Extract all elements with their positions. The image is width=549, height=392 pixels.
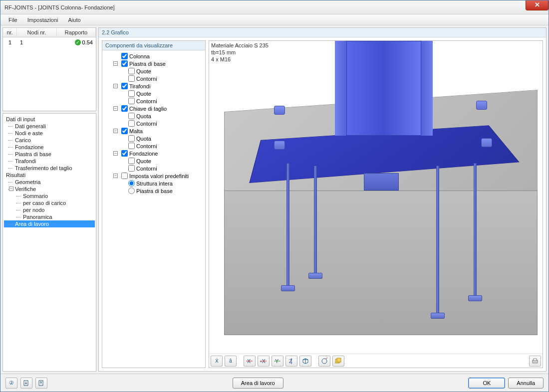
- nav-item[interactable]: Trasferimento del taglio: [4, 165, 95, 172]
- import-button[interactable]: [20, 378, 32, 389]
- checkbox[interactable]: [121, 105, 128, 112]
- tree-contorni[interactable]: Contorni: [104, 120, 203, 127]
- cancel-button[interactable]: Annulla: [508, 378, 544, 389]
- checkbox[interactable]: [121, 60, 128, 67]
- nav-input-root[interactable]: Dati di input: [4, 116, 95, 123]
- view-a-button[interactable]: â: [225, 356, 237, 367]
- checkbox[interactable]: [128, 113, 135, 119]
- view-xaxis-button[interactable]: X: [244, 356, 256, 367]
- close-button[interactable]: ✕: [526, 0, 549, 10]
- tree-colonna[interactable]: Colonna: [104, 52, 203, 60]
- nav-item[interactable]: per nodo: [4, 206, 95, 213]
- ok-button[interactable]: OK: [468, 378, 505, 389]
- checkbox[interactable]: [128, 68, 135, 74]
- nav-item[interactable]: Sommario: [4, 193, 95, 199]
- tree-imposta[interactable]: −Imposta valori predefiniti: [104, 172, 203, 180]
- right-panel: 2.2 Grafico Componenti da visualizzare C…: [98, 27, 547, 372]
- tree-malta[interactable]: −Malta: [104, 127, 203, 135]
- export-button[interactable]: [35, 378, 47, 389]
- header-rapporto[interactable]: Rapporto: [57, 28, 96, 37]
- nav-item[interactable]: Dati generali: [4, 123, 95, 130]
- nav-item[interactable]: Fondazione: [4, 144, 95, 151]
- checkbox[interactable]: [128, 75, 135, 82]
- tree-quota[interactable]: Quota: [104, 112, 203, 120]
- tree-quote[interactable]: Quote: [104, 67, 203, 75]
- nav-item[interactable]: Tirafondi: [4, 158, 95, 165]
- view-toolbar: X̂ â X -X Y Z: [209, 354, 543, 368]
- anchor-rod: [314, 166, 317, 275]
- radio[interactable]: [128, 188, 135, 194]
- nav-results-root[interactable]: Risultati: [4, 172, 95, 179]
- nav-item[interactable]: per caso di carico: [4, 199, 95, 206]
- nav-item[interactable]: Panoramica: [4, 213, 95, 220]
- view-tool-button[interactable]: [318, 356, 330, 367]
- menu-settings[interactable]: Impostazioni: [23, 16, 62, 24]
- tree-chiave[interactable]: −Chiave di taglio: [104, 105, 203, 112]
- radio[interactable]: [128, 180, 135, 187]
- checkbox[interactable]: [128, 143, 135, 149]
- tree-quote[interactable]: Quote: [104, 157, 203, 165]
- grid-header: nr. Nodi nr. Rapporto: [3, 28, 96, 37]
- tree-piastra-base[interactable]: Piastra di base: [104, 187, 203, 195]
- bolt: [274, 106, 285, 115]
- results-grid[interactable]: nr. Nodi nr. Rapporto 1 1 ✓ 0.54: [2, 27, 96, 111]
- 3d-viewport: Materiale Acciaio S 235 tb=15 mm 4 x M16: [209, 40, 543, 368]
- tree-contorni[interactable]: Contorni: [104, 142, 203, 150]
- anchor-rod: [436, 166, 439, 315]
- checkbox[interactable]: [128, 165, 135, 172]
- collapse-icon[interactable]: −: [113, 106, 118, 111]
- column-web: [346, 41, 421, 136]
- collapse-icon[interactable]: −: [113, 129, 118, 133]
- nav-item[interactable]: Carico: [4, 137, 95, 144]
- checkbox[interactable]: [128, 120, 135, 127]
- view-negx-button[interactable]: -X: [258, 356, 270, 367]
- nav-area-lavoro[interactable]: Area di lavoro: [4, 220, 95, 227]
- tree-piastra[interactable]: −Piastra di base: [104, 60, 203, 67]
- view-yaxis-button[interactable]: Y: [272, 356, 283, 367]
- components-tree[interactable]: Colonna −Piastra di base Quote Contorni …: [102, 50, 205, 368]
- view-x-button[interactable]: X̂: [211, 356, 223, 367]
- table-row[interactable]: 1 1 ✓ 0.54: [3, 37, 96, 47]
- area-lavoro-button[interactable]: Area di lavoro: [233, 378, 283, 389]
- header-nodi[interactable]: Nodi nr.: [17, 28, 57, 37]
- cell-rapporto: ✓ 0.54: [57, 38, 96, 46]
- collapse-icon[interactable]: −: [113, 84, 118, 88]
- tree-struttura[interactable]: Struttura intera: [104, 180, 203, 187]
- view-copy-button[interactable]: [332, 356, 344, 367]
- checkbox[interactable]: [128, 135, 135, 142]
- view-iso-button[interactable]: [299, 356, 311, 367]
- checkbox[interactable]: [128, 158, 135, 164]
- 3d-view[interactable]: Materiale Acciaio S 235 tb=15 mm 4 x M16: [209, 41, 543, 354]
- tree-quota[interactable]: Quota: [104, 135, 203, 142]
- checkbox[interactable]: [121, 150, 128, 157]
- nav-item[interactable]: Nodi e aste: [4, 130, 95, 137]
- nav-item[interactable]: Piastra di base: [4, 151, 95, 158]
- nav-geometria[interactable]: Geometria: [4, 179, 95, 186]
- tree-fondazione[interactable]: −Fondazione: [104, 150, 203, 157]
- checkbox[interactable]: [128, 98, 135, 104]
- bolt: [476, 101, 487, 110]
- checkbox[interactable]: [121, 173, 128, 179]
- view-zaxis-button[interactable]: Z: [285, 356, 297, 367]
- help-button[interactable]: ②: [5, 378, 17, 389]
- menu-help[interactable]: Aiuto: [64, 16, 85, 24]
- checkbox[interactable]: [121, 83, 128, 89]
- collapse-icon[interactable]: −: [113, 61, 118, 66]
- header-nr[interactable]: nr.: [3, 28, 17, 37]
- tree-quote[interactable]: Quote: [104, 90, 203, 97]
- print-button[interactable]: [529, 356, 541, 367]
- collapse-icon[interactable]: −: [9, 187, 13, 191]
- tree-tirafondi[interactable]: −Tirafondi: [104, 82, 203, 90]
- checkbox[interactable]: [121, 128, 128, 134]
- collapse-icon[interactable]: −: [113, 174, 118, 178]
- tree-contorni[interactable]: Contorni: [104, 75, 203, 82]
- checkbox[interactable]: [121, 53, 128, 59]
- navigation-tree[interactable]: Dati di input Dati generali Nodi e aste …: [2, 113, 96, 372]
- tree-contorni[interactable]: Contorni: [104, 165, 203, 172]
- menu-file[interactable]: File: [4, 16, 21, 24]
- tree-contorni[interactable]: Contorni: [104, 97, 203, 105]
- nav-verifiche[interactable]: −Verifiche: [4, 186, 95, 193]
- svg-point-4: [322, 359, 327, 364]
- collapse-icon[interactable]: −: [113, 151, 118, 156]
- checkbox[interactable]: [128, 90, 135, 97]
